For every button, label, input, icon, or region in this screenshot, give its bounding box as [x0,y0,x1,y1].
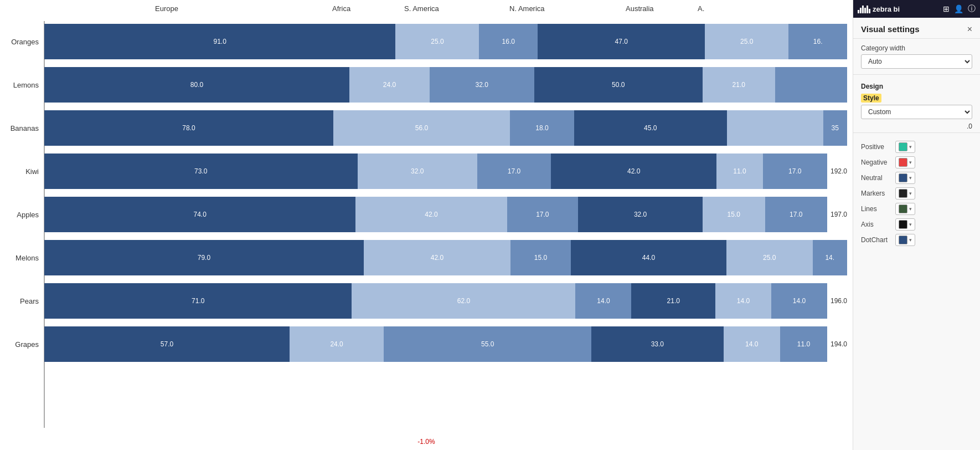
positive-row: Positive ▾ [861,141,972,153]
bar-segment: 16.0 [479,24,538,59]
bars-container: 74.042.017.032.015.017.0 [44,197,827,232]
col-header-samerica: S. America [404,4,439,13]
value-suffix: .0 [853,122,980,130]
settings-panel: zebra bi ⊞ 👤 ⓘ Visual settings × Categor… [853,0,980,450]
bar-segment: 45.0 [574,110,727,146]
chart-area: Europe Africa S. America N. America Aust… [0,0,853,450]
row-total: 192.0 [831,167,847,175]
bar-segment: 17.0 [763,154,827,189]
positive-chevron-icon: ▾ [909,144,912,150]
chart-rows: Oranges91.025.016.047.025.016.Lemons80.0… [44,21,847,365]
neutral-chevron-icon: ▾ [909,175,912,181]
bar-segment: 14.0 [575,283,631,319]
bar-segment [727,110,823,146]
bar-segment: 14.0 [724,326,780,362]
dotchart-color-button[interactable]: ▾ [895,234,915,246]
lines-chevron-icon: ▾ [909,206,912,212]
bars-container: 78.056.018.045.035 [44,110,847,146]
bar-segment: 21.0 [631,283,715,319]
bar-segment: 11.0 [780,326,827,362]
bar-segment: 47.0 [538,24,705,59]
lines-color-button[interactable]: ▾ [895,203,915,215]
chart-row: Oranges91.025.016.047.025.016. [44,21,847,62]
bar-segment: 71.0 [44,283,352,319]
col-header-africa: Africa [332,4,350,13]
chart-row: Melons79.042.015.044.025.014. [44,237,847,278]
bar-segment: 25.0 [726,240,813,275]
positive-color-swatch [899,142,907,151]
bar-segment: 21.0 [703,67,775,103]
lines-row: Lines ▾ [861,203,972,215]
info-icon[interactable]: ⓘ [968,4,976,14]
row-label-melons: Melons [3,254,44,262]
bar-segment: 57.0 [44,326,290,362]
bar-segment: 80.0 [44,67,349,103]
close-button[interactable]: × [967,25,972,34]
negative-row: Negative ▾ [861,156,972,168]
user-icon[interactable]: 👤 [954,4,963,13]
divider-1 [853,74,980,75]
bar-segment: 74.0 [44,197,355,232]
col-header-australia: Australia [626,4,654,13]
markers-chevron-icon: ▾ [909,191,912,196]
bar-segment: 42.0 [551,154,716,189]
bar-segment: 42.0 [355,197,507,232]
negative-color-button[interactable]: ▾ [895,156,915,168]
bar-segment: 17.0 [765,197,827,232]
neutral-label: Neutral [861,174,892,182]
logo-bars-icon [858,4,870,13]
divider-2 [853,132,980,133]
chart-row: Apples74.042.017.032.015.017.0197.0 [44,194,847,235]
bar-segment: 17.0 [507,197,579,232]
positive-color-button[interactable]: ▾ [895,141,915,153]
row-label-bananas: Bananas [3,124,44,132]
col-header-a: A. [698,4,704,13]
bar-segment [775,67,848,103]
panel-topbar: zebra bi ⊞ 👤 ⓘ [853,0,980,18]
logo-text: zebra bi [873,5,900,13]
bar-segment: 24.0 [290,326,384,362]
bar-segment: 16. [788,24,847,59]
bar-segment: 11.0 [716,154,762,189]
category-width-section: Category width Auto Fixed Custom [853,39,980,72]
bar-segment: 62.0 [352,283,575,319]
design-section: Design Style Custom Default Minimal [853,77,980,122]
chart-row: Bananas78.056.018.045.035 [44,108,847,149]
markers-color-swatch [899,189,907,198]
bar-segment: 44.0 [571,240,726,275]
lines-label: Lines [861,205,892,213]
bar-segment: 32.0 [358,154,477,189]
style-select[interactable]: Custom Default Minimal [861,105,972,119]
bar-segment: 79.0 [44,240,364,275]
bar-segment: 14.0 [771,283,827,319]
bars-container: 91.025.016.047.025.016. [44,24,847,59]
axis-color-swatch [899,220,907,229]
bar-segment: 18.0 [510,110,574,146]
markers-color-button[interactable]: ▾ [895,187,915,200]
neutral-color-swatch [899,173,907,182]
bar-segment: 73.0 [44,154,358,189]
row-label-grapes: Grapes [3,340,44,349]
axis-label: -1.0% [417,438,435,446]
grid-icon[interactable]: ⊞ [943,4,950,13]
axis-row: Axis ▾ [861,218,972,231]
neutral-row: Neutral ▾ [861,172,972,184]
dotchart-row: DotChart ▾ [861,234,972,246]
bar-segment: 14.0 [715,283,771,319]
category-width-label: Category width [861,44,972,52]
style-label-highlighted: Style [861,94,881,103]
markers-label: Markers [861,190,892,197]
row-label-pears: Pears [3,297,44,305]
category-width-select[interactable]: Auto Fixed Custom [861,54,972,69]
axis-color-button[interactable]: ▾ [895,218,915,231]
bars-container: 80.024.032.050.021.0 [44,67,847,103]
chart-row: Kiwi73.032.017.042.011.017.0192.0 [44,151,847,192]
bars-container: 73.032.017.042.011.017.0 [44,154,827,189]
bars-container: 71.062.014.021.014.014.0 [44,283,827,319]
neutral-color-button[interactable]: ▾ [895,172,915,184]
positive-label: Positive [861,143,892,151]
bar-segment: 78.0 [44,110,333,146]
row-total: 196.0 [831,297,847,305]
row-label-apples: Apples [3,211,44,219]
axis-label-text: Axis [861,221,892,228]
